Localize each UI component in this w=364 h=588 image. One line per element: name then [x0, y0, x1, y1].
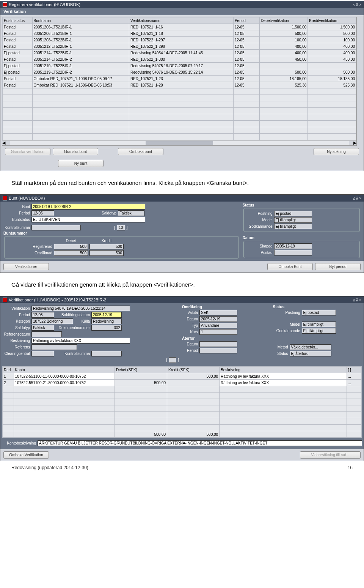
- table-row[interactable]: 2107522-551100-21-80000-0000-00-10752500…: [3, 380, 362, 386]
- saldotyp-field[interactable]: Faktisk: [31, 325, 54, 331]
- titlebar[interactable]: Verifikationer (HUVUDBOK) - 20051219-LT5…: [0, 296, 364, 303]
- table-row[interactable]: [3, 134, 356, 140]
- metod-field[interactable]: Växla debet/kr...: [290, 344, 331, 350]
- table-row[interactable]: [3, 88, 356, 95]
- reg-kredit-field: 500: [89, 244, 124, 249]
- table-row[interactable]: Ej postad20051219-LT522BIR-1Redovisning …: [3, 63, 356, 69]
- verifikationer-button[interactable]: Verifikationer: [3, 263, 49, 270]
- vertical-scrollbar[interactable]: [357, 17, 362, 146]
- skapad-field: 2005-12-19: [274, 243, 312, 249]
- ny-sokning-button[interactable]: Ny sökning: [314, 148, 359, 155]
- skapad-label: Skapad: [246, 244, 273, 248]
- debet-header: Debet: [54, 239, 88, 243]
- table-row[interactable]: [3, 101, 356, 108]
- lines-grid[interactable]: Rad Konto Debet (SEK) Kredit (SEK) Beskr…: [2, 366, 362, 438]
- registrerad-label: Registrerad: [7, 244, 52, 249]
- table-row[interactable]: 1107522-551100-11-80000-0000-00-10752500…: [3, 373, 362, 380]
- ater-period-field[interactable]: [199, 348, 237, 353]
- table-row[interactable]: Postad20051214-LT522BIR-2RED_107522_1-30…: [3, 56, 356, 63]
- table-row[interactable]: [3, 393, 362, 399]
- doknr-label: Dokumentnummer: [56, 326, 90, 330]
- kurs-field[interactable]: 1: [199, 329, 237, 335]
- kategori-field[interactable]: 107522 Bokföring: [31, 318, 73, 324]
- table-row[interactable]: [3, 399, 362, 405]
- table-row[interactable]: [3, 412, 362, 418]
- column-header[interactable]: Verifikationsnamn: [129, 17, 233, 24]
- table-row[interactable]: Postad20051208-LT522BIR-1RED_107522_1-29…: [3, 37, 356, 43]
- table-row[interactable]: [3, 425, 362, 431]
- granska-bunt-button[interactable]: Granska bunt: [53, 148, 98, 155]
- beskr-field[interactable]: Rättniong av lev.faktura XXX: [31, 338, 130, 344]
- verifikation-field[interactable]: Redovisning 54076 19-DEC-2005 15:22:14: [31, 306, 130, 311]
- omboka-verifikation-button[interactable]: Omboka Verifikation: [3, 451, 49, 459]
- omrakning-group-label: Omräkning: [182, 305, 270, 309]
- window-controls[interactable]: ≤⊼×: [353, 196, 361, 200]
- kontrollsumma-field[interactable]: [31, 225, 81, 230]
- table-row[interactable]: PostadOmbokar RED_107521_1-1506-DEC-05 1…: [3, 82, 356, 88]
- table-row[interactable]: Postad20051206-LT521BIR-1RED_107521_1-18…: [3, 30, 356, 37]
- medel-label: Medel: [246, 218, 273, 222]
- buntsummor-label: Buntsummor: [3, 231, 240, 235]
- table-row[interactable]: PostadOmbokar RED_107521_1-1008-DEC-05 0…: [3, 76, 356, 82]
- refdatum-label: Referensdatum: [3, 332, 30, 336]
- bunt-field[interactable]: 20051219-LT522BIR-2: [31, 204, 145, 210]
- granska-verifikation-button[interactable]: Granska verifikation: [5, 148, 50, 155]
- titlebar[interactable]: Registrera verifikationer (HUVUDBOK) ≤⊼×: [0, 1, 364, 8]
- ater-period-label: Period: [183, 348, 198, 353]
- postad-field: [274, 250, 312, 255]
- table-row[interactable]: [3, 386, 362, 393]
- table-row[interactable]: [3, 121, 356, 127]
- postning-label: Postning: [246, 211, 273, 216]
- postning-field: Ej postad: [274, 211, 312, 216]
- column-header[interactable]: Debetverifikation: [259, 17, 308, 24]
- column-header[interactable]: Postn status: [3, 17, 33, 24]
- kurs-label: Kurs: [183, 330, 198, 334]
- table-row[interactable]: [3, 108, 356, 114]
- ny-bunt-button[interactable]: Ny bunt: [58, 160, 104, 167]
- table-row[interactable]: [3, 127, 356, 134]
- typ-field[interactable]: Användare: [199, 323, 237, 328]
- vidaresokning-button[interactable]: Vidaresökning till rad...: [300, 451, 361, 459]
- table-row[interactable]: [3, 95, 356, 101]
- bokfdatum-field[interactable]: 2005-12-19: [91, 312, 122, 318]
- column-header[interactable]: Period: [233, 17, 259, 24]
- kalla-field[interactable]: Redovisning: [91, 318, 122, 324]
- omr-debet-field: 500: [54, 250, 88, 256]
- verification-grid[interactable]: Postn statusBuntnamnVerifikationsnamnPer…: [2, 17, 357, 146]
- ater-datum-field[interactable]: [199, 341, 237, 347]
- window-controls[interactable]: ≤⊼×: [353, 298, 361, 302]
- horizontal-scrollbar[interactable]: ◀▶: [2, 140, 356, 145]
- table-row[interactable]: Ej postad20051219-LT522BIR-2Redovisning …: [3, 69, 356, 76]
- valuta-field[interactable]: SEK: [199, 310, 237, 315]
- byt-period-button[interactable]: Byt period: [315, 263, 361, 270]
- table-row[interactable]: [3, 114, 356, 121]
- kontrollsumma-field[interactable]: [91, 351, 122, 356]
- period-field[interactable]: 12-05: [31, 312, 54, 318]
- omboka-bunt-button[interactable]: Omboka bunt: [118, 148, 163, 155]
- kontrollsumma-label: Kontrollsumma: [3, 225, 30, 230]
- omr-datum-field[interactable]: 2005-12-19: [199, 316, 237, 322]
- column-header[interactable]: Buntnamn: [32, 17, 129, 24]
- window-controls[interactable]: ≤⊼×: [353, 3, 361, 7]
- doknr-field[interactable]: 302: [91, 325, 122, 331]
- kontobeskr-label: Kontobeskrivning: [2, 441, 36, 445]
- saldotyp-field[interactable]: Faktisk: [118, 210, 144, 216]
- clearing-field[interactable]: [31, 351, 54, 356]
- titlebar[interactable]: Bunt (HUVUDBOK) ≤⊼×: [0, 195, 364, 202]
- column-header[interactable]: Kreditverifikation: [308, 17, 356, 24]
- table-row[interactable]: Postad20051206-LT521BIR-1RED_107521_1-16…: [3, 24, 356, 30]
- bracket-field: [169, 357, 176, 363]
- godk-field: Ej tillämpligt: [302, 328, 336, 334]
- table-row[interactable]: Ej postad20051214-LT522BIR-1Redovisning …: [3, 50, 356, 56]
- table-row[interactable]: [3, 418, 362, 425]
- total-debet: 500,00: [115, 431, 167, 438]
- refdatum-field[interactable]: [31, 331, 62, 337]
- omboka-bunt-button[interactable]: Omboka Bunt: [267, 263, 313, 270]
- omr-datum-label: Datum: [183, 317, 198, 321]
- table-row[interactable]: Postad20051212-LT522BIR-1RED_107522_1-29…: [3, 43, 356, 50]
- instruction-text-1: Ställ markören på den rad bunten och ver…: [0, 172, 364, 194]
- buntstatus-field[interactable]: EJ UTSKRIVEN: [31, 217, 145, 222]
- referens-field[interactable]: [31, 344, 77, 350]
- table-row[interactable]: [3, 405, 362, 412]
- period-field[interactable]: 12-05: [31, 210, 54, 216]
